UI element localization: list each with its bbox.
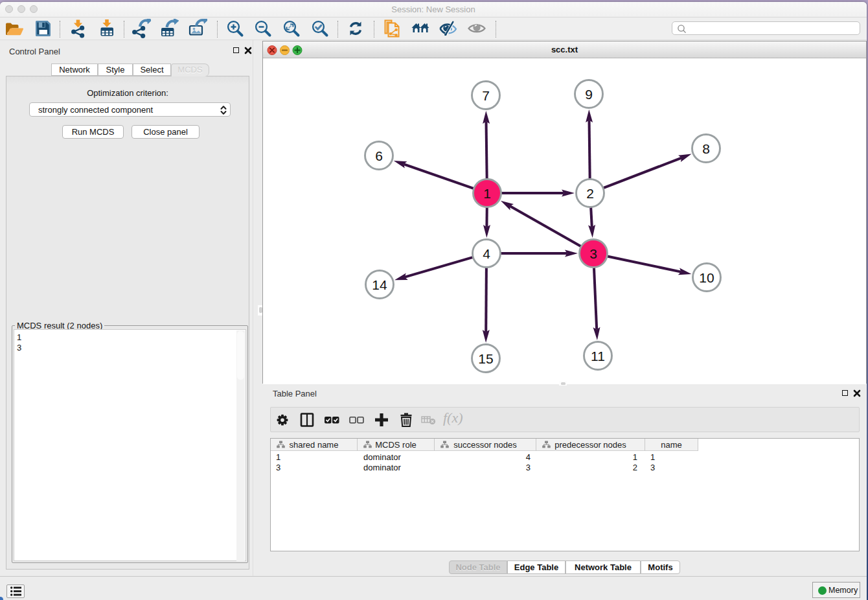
svg-text:3: 3 xyxy=(589,246,597,261)
svg-text:1: 1 xyxy=(483,186,491,201)
svg-text:4: 4 xyxy=(483,246,490,261)
svg-text:9: 9 xyxy=(585,87,593,102)
svg-text:7: 7 xyxy=(482,88,490,103)
svg-text:8: 8 xyxy=(702,141,710,156)
svg-text:6: 6 xyxy=(375,148,383,163)
svg-text:2: 2 xyxy=(586,186,594,201)
svg-text:10: 10 xyxy=(699,270,714,285)
svg-text:14: 14 xyxy=(372,277,387,292)
svg-text:11: 11 xyxy=(591,349,605,363)
svg-text:15: 15 xyxy=(478,351,493,366)
